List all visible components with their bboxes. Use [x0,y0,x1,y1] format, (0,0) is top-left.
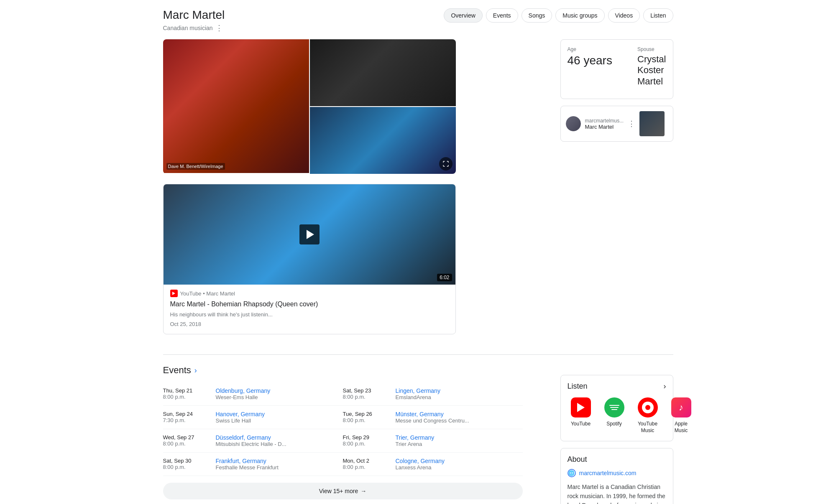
artist-subtitle: Canadian musician ⋮ [163,23,225,33]
youtube-music-inner [645,405,650,410]
event-item: Tue, Sep 26 8:00 p.m. Münster, Germany M… [343,406,523,429]
photo-top-right[interactable] [310,39,456,106]
event-item: Sat, Sep 30 8:00 p.m. Frankfurt, Germany… [163,453,343,476]
tab-music-groups[interactable]: Music groups [555,8,604,23]
listen-arrow-icon[interactable]: › [664,382,666,391]
tab-overview[interactable]: Overview [444,8,482,23]
spouse-value: CrystalKosterMartel [637,54,666,87]
about-section: About 🌐 marcmartelmusic.com Marc Martel … [560,448,673,504]
photo-credit: Dave M. Benett/WireImage [166,163,225,170]
age-value: 46 years [568,54,612,67]
event-details: Lingen, Germany EmslandArena [396,387,440,400]
video-thumbnail-image [164,184,455,285]
event-details: Trier, Germany Trier Arena [396,434,435,447]
event-venue[interactable]: Oldenburg, Germany [216,387,271,394]
listen-service-youtube-music[interactable]: YouTube Music [634,397,661,434]
video-thumbnail[interactable]: 6:02 [164,184,455,285]
event-day: Mon, Oct 2 [343,458,389,464]
event-venue[interactable]: Düsseldorf, Germany [216,434,286,441]
spouse-label: Spouse [637,46,666,52]
age-label: Age [568,46,612,52]
youtube-music-service-icon [638,397,658,417]
left-content: Dave M. Benett/WireImage [163,39,550,344]
events-grid: Thu, Sep 21 8:00 p.m. Oldenburg, Germany… [163,382,523,476]
event-day: Thu, Sep 21 [163,387,209,394]
event-venue[interactable]: Trier, Germany [396,434,435,441]
event-hall: Weser-Ems Halle [216,394,271,400]
profile-name: Marc Martel [585,124,624,130]
profile-username: marcmartelmus... [585,118,624,124]
play-button[interactable] [299,224,320,244]
spotify-service-label: Spotify [606,421,622,428]
event-time: 8:00 p.m. [163,394,209,400]
event-date: Sat, Sep 23 8:00 p.m. [343,387,389,400]
event-hall: Messe und Congress Centru... [396,417,469,424]
event-details: Frankfurt, Germany Festhalle Messe Frank… [216,458,279,471]
event-hall: Lanxess Arena [396,464,445,471]
listen-section: Listen › YouTube [560,375,673,441]
tab-events[interactable]: Events [486,8,518,23]
tab-videos[interactable]: Videos [608,8,640,23]
info-card-age-spouse: Age 46 years Spouse CrystalKosterMartel [560,39,673,99]
event-date: Wed, Sep 27 8:00 p.m. [163,434,209,447]
video-source-text: YouTube • Marc Martel [180,290,235,297]
photo-expand-button[interactable] [439,157,453,171]
spouse-section: Spouse CrystalKosterMartel [637,46,666,87]
photo-bottom-right[interactable] [310,107,456,174]
photo-main[interactable]: Dave M. Benett/WireImage [163,39,309,174]
divider [163,354,673,355]
listen-service-apple-music[interactable]: ♪ Apple Music [668,397,695,434]
video-date: Oct 25, 2018 [170,321,449,327]
profile-card-more-icon[interactable]: ⋮ [628,119,635,128]
performer-stage-image: Dave M. Benett/WireImage [163,39,309,173]
event-time: 8:00 p.m. [343,464,389,470]
event-date: Sat, Sep 30 8:00 p.m. [163,458,209,471]
events-arrow-icon[interactable]: › [194,366,197,375]
photo-grid: Dave M. Benett/WireImage [163,39,456,174]
event-venue[interactable]: Cologne, Germany [396,458,445,464]
about-description: Marc Martel is a Canadian Christian rock… [568,482,666,504]
event-venue[interactable]: Münster, Germany [396,411,469,417]
tab-songs[interactable]: Songs [522,8,552,23]
event-date: Tue, Sep 26 8:00 p.m. [343,411,389,424]
events-header: Events › [163,365,550,376]
event-details: Düsseldorf, Germany Mitsubishi Electric … [216,434,286,447]
event-item: Wed, Sep 27 8:00 p.m. Düsseldorf, German… [163,429,343,453]
listen-service-spotify[interactable]: Spotify [601,397,628,428]
youtube-music-circle [642,402,654,413]
view-more-arrow-icon: → [360,488,366,494]
info-row: Age 46 years Spouse CrystalKosterMartel [568,46,666,87]
event-date: Sun, Sep 24 7:30 p.m. [163,411,209,424]
video-info: YouTube • Marc Martel Marc Martel - Bohe… [164,285,455,334]
event-time: 7:30 p.m. [163,417,209,423]
event-time: 8:00 p.m. [343,417,389,423]
more-options-icon[interactable]: ⋮ [215,23,223,33]
event-item: Thu, Sep 21 8:00 p.m. Oldenburg, Germany… [163,382,343,406]
event-item: Fri, Sep 29 8:00 p.m. Trier, Germany Tri… [343,429,523,453]
event-venue[interactable]: Frankfurt, Germany [216,458,279,464]
stage-blue-image [310,107,456,174]
event-hall: Festhalle Messe Frankfurt [216,464,279,471]
website-link[interactable]: 🌐 marcmartelmusic.com [568,469,666,477]
profile-card[interactable]: marcmartelmus... Marc Martel ⋮ [560,106,673,142]
video-card[interactable]: 6:02 YouTube • Marc Martel Marc Martel -… [163,184,456,334]
video-source: YouTube • Marc Martel [170,290,449,297]
apple-music-service-label: Apple Music [668,421,695,434]
event-venue[interactable]: Lingen, Germany [396,387,440,394]
event-day: Fri, Sep 29 [343,434,389,440]
tab-listen[interactable]: Listen [643,8,673,23]
listen-service-youtube[interactable]: YouTube [568,397,594,428]
event-hall: Trier Arena [396,441,435,447]
play-triangle-icon [307,230,314,239]
view-more-label: View 15+ more [319,488,358,494]
listen-about-column: Listen › YouTube [560,365,673,504]
event-details: Münster, Germany Messe und Congress Cent… [396,411,469,424]
profile-info: marcmartelmus... Marc Martel [585,118,624,130]
youtube-music-service-label: YouTube Music [634,421,661,434]
view-more-button[interactable]: View 15+ more → [163,483,523,499]
event-venue[interactable]: Hanover, Germany [216,411,265,417]
event-day: Tue, Sep 26 [343,411,389,417]
event-day: Sun, Sep 24 [163,411,209,417]
artist-subtitle-text: Canadian musician [163,25,213,31]
website-url: marcmartelmusic.com [579,470,637,476]
